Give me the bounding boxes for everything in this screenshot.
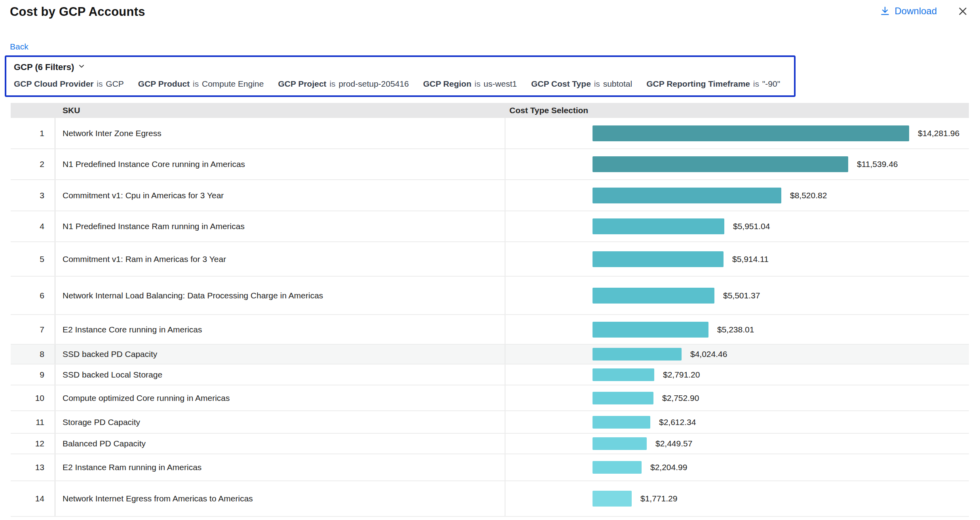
column-header-index	[11, 103, 55, 118]
table-row[interactable]: 8SSD backed PD Capacity$4,024.46	[11, 345, 969, 364]
filter-panel: GCP (6 Filters) GCP Cloud Provider is GC…	[5, 55, 796, 97]
sku-label: Network Inter Zone Egress	[55, 118, 505, 148]
filter-operator: is	[327, 79, 339, 88]
cost-bar-cell: $5,951.04	[505, 211, 969, 241]
sku-label: SSD backed Local Storage	[55, 364, 505, 385]
cost-bar[interactable]	[593, 392, 653, 404]
row-index: 11	[11, 411, 55, 433]
filter-operator: is	[591, 79, 603, 88]
sku-label: Commitment v1: Cpu in Americas for 3 Yea…	[55, 180, 505, 211]
cost-bar[interactable]	[593, 188, 781, 203]
cost-bar-cell: $5,914.11	[505, 242, 969, 276]
filter-value: "-90"	[762, 79, 780, 88]
cost-by-gcp-accounts-panel: Cost by GCP Accounts Download Back GCP (…	[0, 0, 980, 520]
table-row[interactable]: 9SSD backed Local Storage$2,791.20	[11, 364, 969, 385]
cost-bar[interactable]	[593, 322, 708, 338]
sku-label: Compute optimized Core running in Americ…	[55, 385, 505, 410]
table-row[interactable]: 11Storage PD Capacity$2,612.34	[11, 411, 969, 434]
cost-bar[interactable]	[593, 416, 650, 429]
cost-bar[interactable]	[593, 251, 724, 267]
row-index: 1	[11, 118, 55, 148]
cost-bar-cell: $2,752.90	[505, 385, 969, 410]
table-row[interactable]: 13E2 Instance Ram running in Americas$2,…	[11, 454, 969, 481]
table-header-row: SKU Cost Type Selection	[11, 103, 969, 118]
filter-item[interactable]: GCP Cost Type is subtotal	[531, 79, 632, 89]
column-header-cost-type-selection: Cost Type Selection	[505, 106, 969, 115]
table-row[interactable]: 7E2 Instance Core running in Americas$5,…	[11, 315, 969, 345]
cost-bar[interactable]	[593, 156, 848, 172]
row-index: 2	[11, 149, 55, 179]
filter-attribute: GCP Reporting Timeframe	[646, 79, 750, 88]
column-header-sku: SKU	[55, 106, 505, 115]
cost-value-label: $5,501.37	[723, 291, 760, 300]
filter-value: us-west1	[484, 79, 517, 88]
cost-bar-cell: $11,539.46	[505, 149, 969, 179]
cost-bar-cell: $5,238.01	[505, 315, 969, 344]
sku-label: E2 Instance Core running in Americas	[55, 315, 505, 344]
row-index: 14	[11, 481, 55, 516]
top-actions: Download	[880, 6, 968, 17]
cost-value-label: $2,752.90	[662, 393, 699, 403]
filter-items: GCP Cloud Provider is GCPGCP Product is …	[14, 79, 786, 89]
row-index: 12	[11, 434, 55, 454]
filter-summary-dropdown[interactable]: GCP (6 Filters)	[14, 62, 85, 72]
table-row[interactable]: 5Commitment v1: Ram in Americas for 3 Ye…	[11, 242, 969, 277]
cost-bar[interactable]	[593, 437, 647, 450]
row-index: 8	[11, 345, 55, 364]
download-button[interactable]: Download	[880, 6, 937, 17]
cost-value-label: $14,281.96	[918, 129, 959, 138]
sku-label: N1 Predefined Instance Core running in A…	[55, 149, 505, 179]
filter-item[interactable]: GCP Cloud Provider is GCP	[14, 79, 124, 89]
table-row[interactable]: 1Network Inter Zone Egress$14,281.96	[11, 118, 969, 149]
cost-bar-cell: $2,204.99	[505, 454, 969, 480]
filter-attribute: GCP Cost Type	[531, 79, 591, 88]
filter-operator: is	[750, 79, 762, 88]
cost-bar[interactable]	[593, 218, 724, 234]
cost-bar[interactable]	[593, 491, 632, 507]
row-index: 3	[11, 180, 55, 211]
cost-bar-cell: $14,281.96	[505, 118, 969, 148]
cost-value-label: $1,771.29	[640, 494, 677, 503]
cost-value-label: $2,449.57	[655, 439, 692, 448]
back-link[interactable]: Back	[10, 42, 28, 51]
table-row[interactable]: 4N1 Predefined Instance Ram running in A…	[11, 211, 969, 242]
filter-item[interactable]: GCP Reporting Timeframe is "-90"	[646, 79, 780, 89]
filter-attribute: GCP Product	[138, 79, 190, 88]
cost-value-label: $11,539.46	[857, 159, 898, 169]
filter-operator: is	[93, 79, 106, 88]
table-row[interactable]: 12Balanced PD Capacity$2,449.57	[11, 434, 969, 454]
cost-bar-cell: $2,612.34	[505, 411, 969, 433]
filter-value: Compute Engine	[202, 79, 264, 88]
row-index: 5	[11, 242, 55, 276]
cost-bar-cell: $5,501.37	[505, 277, 969, 314]
cost-bar[interactable]	[593, 348, 682, 361]
cost-bar[interactable]	[593, 461, 642, 474]
cost-bar-cell: $2,449.57	[505, 434, 969, 454]
table-row[interactable]: 3Commitment v1: Cpu in Americas for 3 Ye…	[11, 180, 969, 211]
cost-value-label: $2,791.20	[663, 370, 700, 380]
cost-value-label: $4,024.46	[690, 349, 727, 359]
sku-label: Network Internet Egress from Americas to…	[55, 481, 505, 516]
chevron-down-icon	[78, 62, 85, 72]
filter-value: prod-setup-205416	[338, 79, 408, 88]
filter-item[interactable]: GCP Region is us-west1	[423, 79, 517, 89]
cost-bar[interactable]	[593, 125, 909, 141]
close-icon[interactable]	[957, 6, 968, 17]
filter-item[interactable]: GCP Product is Compute Engine	[138, 79, 264, 89]
filter-value: subtotal	[603, 79, 632, 88]
cost-bar[interactable]	[593, 288, 714, 304]
table-row[interactable]: 14Network Internet Egress from Americas …	[11, 481, 969, 517]
cost-bar-cell: $8,520.82	[505, 180, 969, 211]
table-row[interactable]: 10Compute optimized Core running in Amer…	[11, 385, 969, 411]
row-index: 6	[11, 277, 55, 314]
sku-label: E2 Instance Ram running in Americas	[55, 454, 505, 480]
table-row[interactable]: 2N1 Predefined Instance Core running in …	[11, 149, 969, 180]
cost-bar[interactable]	[593, 368, 654, 381]
filter-item[interactable]: GCP Project is prod-setup-205416	[278, 79, 408, 89]
table-row[interactable]: 6Network Internal Load Balancing: Data P…	[11, 277, 969, 315]
table-body: 1Network Inter Zone Egress$14,281.962N1 …	[11, 118, 969, 517]
row-index: 10	[11, 385, 55, 410]
row-index: 9	[11, 364, 55, 385]
sku-label: Network Internal Load Balancing: Data Pr…	[55, 277, 505, 314]
row-index: 4	[11, 211, 55, 241]
